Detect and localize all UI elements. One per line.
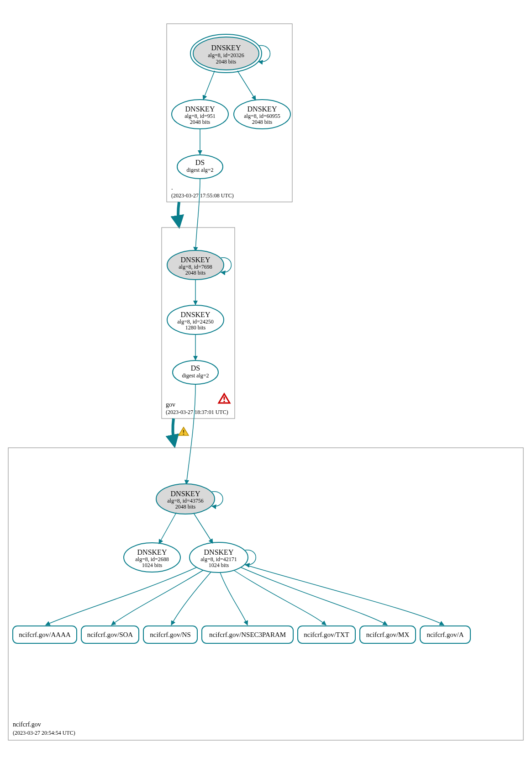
svg-text:ncifcrf.gov/MX: ncifcrf.gov/MX bbox=[366, 631, 410, 638]
ncifcrf-zsk2-node: DNSKEY alg=8, id=42171 1024 bits bbox=[190, 542, 248, 573]
svg-text:DS: DS bbox=[191, 364, 200, 372]
svg-text:alg=8, id=2688: alg=8, id=2688 bbox=[135, 556, 169, 562]
edge-root-ksk-to-zsk1 bbox=[203, 71, 215, 100]
zone-root-name: . bbox=[171, 184, 173, 191]
edge-zsk2-to-mx bbox=[241, 567, 387, 625]
rrset-soa: ncifcrf.gov/SOA bbox=[81, 626, 139, 643]
svg-text:DNSKEY: DNSKEY bbox=[185, 105, 215, 113]
svg-text:DNSKEY: DNSKEY bbox=[171, 490, 200, 498]
svg-text:alg=8, id=951: alg=8, id=951 bbox=[184, 113, 216, 119]
svg-text:alg=8, id=7698: alg=8, id=7698 bbox=[179, 264, 212, 270]
svg-text:2048 bits: 2048 bits bbox=[216, 58, 237, 65]
ncifcrf-zsk1-node: DNSKEY alg=8, id=2688 1024 bits bbox=[124, 543, 180, 572]
svg-text:2048 bits: 2048 bits bbox=[185, 270, 206, 276]
svg-text:1024 bits: 1024 bits bbox=[209, 562, 229, 568]
svg-rect-29 bbox=[183, 430, 184, 433]
svg-text:alg=8, id=60955: alg=8, id=60955 bbox=[244, 113, 280, 119]
edge-gov-to-ncifcrf-box bbox=[173, 419, 174, 445]
svg-text:ncifcrf.gov/NSEC3PARAM: ncifcrf.gov/NSEC3PARAM bbox=[209, 631, 286, 638]
svg-text:DNSKEY: DNSKEY bbox=[137, 548, 167, 556]
root-zsk2-node: DNSKEY alg=8, id=60955 2048 bits bbox=[234, 100, 290, 129]
svg-rect-28 bbox=[224, 401, 225, 402]
svg-text:DNSKEY: DNSKEY bbox=[211, 44, 241, 52]
svg-text:digest alg=2: digest alg=2 bbox=[186, 167, 213, 173]
svg-rect-27 bbox=[224, 397, 225, 400]
svg-text:alg=8, id=20326: alg=8, id=20326 bbox=[208, 52, 244, 58]
zone-ncifcrf-name: ncifcrf.gov bbox=[13, 721, 41, 728]
rrset-ns: ncifcrf.gov/NS bbox=[143, 626, 197, 643]
svg-text:ncifcrf.gov/TXT: ncifcrf.gov/TXT bbox=[304, 631, 349, 638]
svg-text:DNSKEY: DNSKEY bbox=[204, 548, 234, 556]
rrset-aaaa: ncifcrf.gov/AAAA bbox=[13, 626, 77, 643]
svg-text:1024 bits: 1024 bits bbox=[142, 562, 163, 568]
edge-root-ds-to-gov-ksk bbox=[195, 179, 200, 251]
svg-text:ncifcrf.gov/NS: ncifcrf.gov/NS bbox=[150, 631, 191, 638]
svg-text:ncifcrf.gov/A: ncifcrf.gov/A bbox=[427, 631, 464, 638]
edge-zsk2-to-nsec3param bbox=[220, 573, 248, 625]
svg-text:DNSKEY: DNSKEY bbox=[181, 256, 211, 264]
zone-root-timestamp: (2023-03-27 17:55:08 UTC) bbox=[171, 192, 234, 199]
edge-ncifcrf-ksk-to-zsk1 bbox=[159, 513, 176, 544]
zone-gov-name: gov bbox=[166, 401, 175, 408]
svg-rect-30 bbox=[183, 434, 184, 435]
warning-icon-gov bbox=[219, 394, 230, 403]
svg-text:digest alg=2: digest alg=2 bbox=[182, 372, 209, 379]
root-ds-node: DS digest alg=2 bbox=[177, 155, 223, 179]
edge-zsk2-to-ns bbox=[171, 572, 211, 625]
rrset-a: ncifcrf.gov/A bbox=[420, 626, 470, 643]
svg-text:2048 bits: 2048 bits bbox=[190, 119, 211, 125]
dnssec-graph: . (2023-03-27 17:55:08 UTC) DNSKEY alg=8… bbox=[0, 0, 532, 774]
root-zsk1-node: DNSKEY alg=8, id=951 2048 bits bbox=[172, 100, 228, 129]
ncifcrf-ksk-node: DNSKEY alg=8, id=43756 2048 bits bbox=[156, 484, 215, 514]
zone-ncifcrf-box bbox=[8, 448, 523, 740]
rrset-mx: ncifcrf.gov/MX bbox=[360, 626, 416, 643]
edge-zsk2-to-txt bbox=[234, 570, 326, 625]
svg-text:2048 bits: 2048 bits bbox=[252, 119, 273, 125]
gov-ksk-node: DNSKEY alg=8, id=7698 2048 bits bbox=[167, 250, 224, 280]
svg-text:alg=8, id=43756: alg=8, id=43756 bbox=[167, 498, 204, 504]
svg-text:1280 bits: 1280 bits bbox=[185, 324, 206, 331]
edge-root-to-gov-box bbox=[178, 202, 179, 226]
zone-gov-timestamp: (2023-03-27 18:37:01 UTC) bbox=[166, 409, 228, 415]
svg-text:alg=8, id=42171: alg=8, id=42171 bbox=[200, 556, 237, 562]
rrset-nsec3param: ncifcrf.gov/NSEC3PARAM bbox=[202, 626, 293, 643]
edge-root-ksk-to-zsk2 bbox=[237, 71, 256, 100]
svg-text:DS: DS bbox=[195, 159, 205, 166]
gov-zsk-node: DNSKEY alg=8, id=24250 1280 bits bbox=[167, 305, 224, 334]
svg-text:DNSKEY: DNSKEY bbox=[248, 105, 277, 113]
svg-text:alg=8, id=24250: alg=8, id=24250 bbox=[177, 318, 214, 325]
warning-icon-delegation bbox=[179, 427, 189, 435]
root-ksk-node: DNSKEY alg=8, id=20326 2048 bits bbox=[190, 34, 262, 73]
edge-ncifcrf-ksk-to-zsk2 bbox=[194, 513, 213, 543]
svg-text:ncifcrf.gov/AAAA: ncifcrf.gov/AAAA bbox=[19, 631, 71, 638]
rrset-txt: ncifcrf.gov/TXT bbox=[298, 626, 355, 643]
svg-text:DNSKEY: DNSKEY bbox=[181, 311, 211, 318]
gov-ds-node: DS digest alg=2 bbox=[173, 360, 218, 384]
svg-text:ncifcrf.gov/SOA: ncifcrf.gov/SOA bbox=[87, 631, 133, 638]
zone-ncifcrf-timestamp: (2023-03-27 20:54:54 UTC) bbox=[13, 730, 75, 736]
edge-zsk2-to-aaaa bbox=[46, 567, 196, 625]
svg-text:2048 bits: 2048 bits bbox=[175, 504, 196, 510]
